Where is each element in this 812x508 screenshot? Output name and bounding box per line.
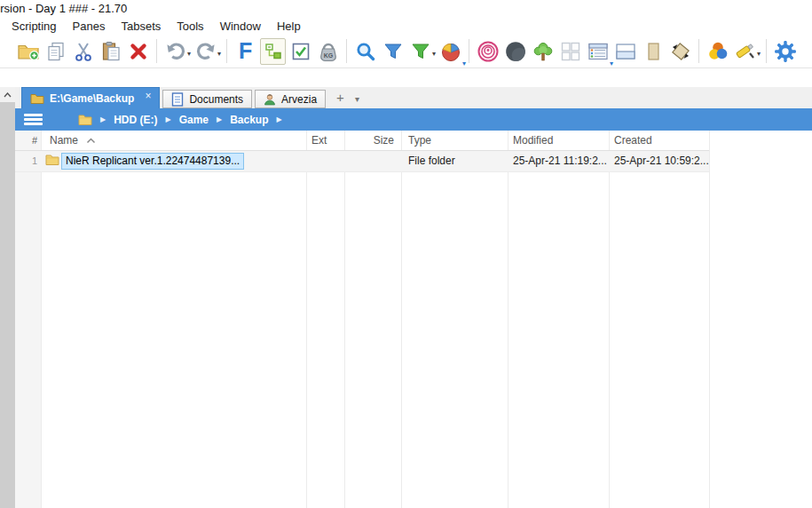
column-header-name[interactable]: Name: [50, 131, 78, 150]
cell-size: [346, 151, 394, 171]
search-icon: [355, 41, 376, 62]
checkbox-mode-button[interactable]: [288, 38, 313, 65]
cell-type: File folder: [408, 151, 455, 171]
split-horizontal-button[interactable]: [612, 38, 638, 65]
breadcrumb-segment-game[interactable]: Game: [179, 114, 209, 126]
redo-icon: [195, 41, 217, 61]
rotate-panel-button[interactable]: [667, 38, 693, 65]
breadcrumb-arrow-icon[interactable]: ▶: [165, 115, 170, 123]
filter-funnel-green-icon: [410, 41, 431, 62]
breadcrumb-arrow-icon[interactable]: ▶: [217, 115, 222, 123]
folder-icon[interactable]: [78, 114, 92, 126]
svg-text:KG: KG: [323, 52, 333, 58]
dark-sphere-icon: [504, 40, 527, 63]
column-header-num[interactable]: #: [15, 131, 37, 150]
toolbar-separator: [698, 39, 699, 63]
tab-documents[interactable]: Documents: [162, 90, 252, 108]
column-divider: [41, 131, 42, 508]
column-divider: [609, 131, 610, 508]
cut-button[interactable]: [70, 38, 96, 65]
breadcrumb-arrow-icon[interactable]: ▶: [100, 115, 106, 123]
letter-f-icon: F: [239, 40, 252, 62]
menu-item-help[interactable]: Help: [269, 20, 309, 33]
filter-blue-button[interactable]: [380, 38, 406, 65]
menu-item-tools[interactable]: Tools: [169, 20, 211, 33]
tree-icon: [532, 41, 554, 62]
tab-label: E:\Game\Backup: [50, 92, 134, 105]
toolbar-separator: [156, 39, 157, 63]
breadcrumb-segment-drive[interactable]: HDD (E:): [114, 114, 157, 126]
delete-button[interactable]: [125, 38, 151, 65]
column-header-ext[interactable]: Ext: [311, 131, 327, 150]
paint-roller-icon: [734, 41, 757, 62]
table-details-button[interactable]: ▾: [585, 38, 611, 65]
checkbox-icon: [290, 41, 311, 62]
hamburger-menu-icon[interactable]: [24, 114, 43, 125]
column-divider: [306, 131, 307, 508]
cell-modified: 25-Apr-21 11:19:2...: [513, 151, 607, 171]
undo-button[interactable]: [162, 38, 188, 65]
copy-icon: [45, 41, 67, 62]
search-button[interactable]: [352, 38, 378, 65]
paste-button[interactable]: [98, 38, 123, 65]
window-title: ersion - Day 1 ### - 21.70: [0, 2, 127, 15]
scrollbar-thumb[interactable]: [0, 102, 15, 508]
cut-scissors-icon: [73, 41, 94, 62]
folder-icon: [30, 92, 44, 105]
column-header-type[interactable]: Type: [408, 131, 431, 150]
folder-icon: [45, 154, 59, 168]
grid-four-icon: [560, 41, 581, 62]
menu-item-window[interactable]: Window: [212, 20, 269, 33]
column-header-modified[interactable]: Modified: [513, 131, 553, 150]
menu-item-tabsets[interactable]: Tabsets: [113, 20, 169, 33]
filter-green-button[interactable]: [407, 38, 433, 65]
cell-created: 25-Apr-21 10:59:2...: [614, 151, 709, 171]
copy-button[interactable]: [43, 38, 68, 65]
menu-bar: Scripting Panes Tabsets Tools Window Hel…: [0, 18, 812, 35]
new-tab-button[interactable]: +: [336, 90, 344, 105]
pie-chart-button[interactable]: ▾: [438, 38, 463, 65]
panel-vertical-button[interactable]: [640, 38, 666, 65]
pie-dropdown-arrow[interactable]: ▾: [462, 60, 466, 67]
mini-tree-toggle-button[interactable]: [260, 38, 286, 65]
weight-kg-button[interactable]: KG: [315, 38, 341, 65]
column-divider: [709, 131, 710, 508]
menu-item-scripting[interactable]: Scripting: [4, 20, 65, 33]
column-header-size[interactable]: Size: [346, 131, 394, 150]
sort-ascending-icon: [86, 138, 96, 144]
selected-file-name[interactable]: NieR Replicant ver.1.22474487139...: [61, 153, 244, 170]
paint-roller-button[interactable]: [732, 38, 758, 65]
titlebar: ersion - Day 1 ### - 21.70: [0, 0, 812, 18]
tree-button[interactable]: [530, 38, 556, 65]
toolbar-separator: [469, 39, 469, 63]
font-f-button[interactable]: F: [233, 38, 258, 65]
redo-button[interactable]: [193, 38, 218, 65]
kettlebell-kg-icon: KG: [317, 41, 340, 62]
column-divider: [401, 131, 402, 508]
file-list-pane: # Name Ext Size Type Modified Created 1 …: [0, 131, 812, 508]
column-header-created[interactable]: Created: [614, 131, 652, 150]
new-folder-button[interactable]: [15, 38, 41, 65]
tab-game-backup[interactable]: E:\Game\Backup ×: [21, 87, 160, 108]
split-horizontal-icon: [615, 41, 636, 62]
tree-scrollbar[interactable]: [0, 87, 15, 508]
dark-sphere-button[interactable]: [502, 38, 528, 65]
tab-arvezia[interactable]: Arvezia: [255, 90, 326, 108]
menu-item-panes[interactable]: Panes: [65, 20, 114, 33]
spiral-button[interactable]: [475, 38, 501, 65]
scroll-up-icon[interactable]: [0, 89, 15, 101]
delete-x-icon: [128, 41, 149, 62]
tab-close-icon[interactable]: ×: [145, 90, 151, 102]
breadcrumb-bar: ▶ HDD (E:) ▶ Game ▶ Backup ▶: [15, 108, 812, 131]
tab-list-dropdown[interactable]: ▾: [355, 94, 359, 104]
filter-funnel-blue-icon: [382, 41, 404, 62]
breadcrumb-segment-backup[interactable]: Backup: [230, 114, 268, 126]
column-divider: [344, 131, 345, 508]
breadcrumb-arrow-icon[interactable]: ▶: [277, 115, 282, 123]
rotate-panel-icon: [670, 41, 691, 62]
color-circles-button[interactable]: [705, 38, 730, 65]
grid-four-button[interactable]: [557, 38, 583, 65]
settings-button[interactable]: [772, 38, 798, 65]
color-circles-icon: [707, 41, 729, 62]
column-divider: [508, 131, 508, 508]
